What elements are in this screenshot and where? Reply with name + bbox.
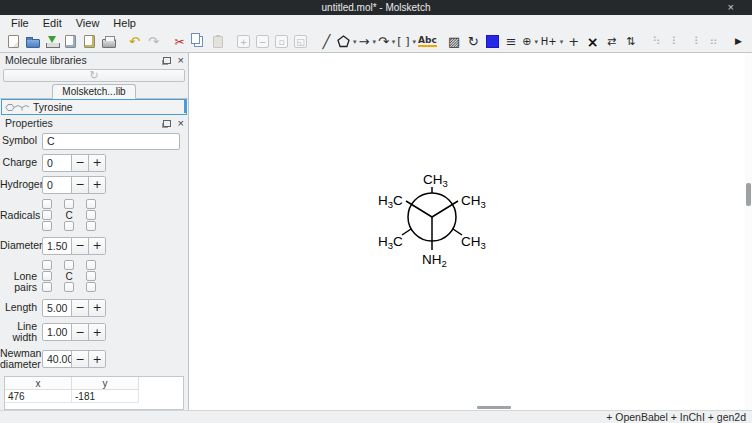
newman-diameter-increment-button[interactable]: + xyxy=(88,351,105,367)
zoom-original-button[interactable]: ▫ xyxy=(272,32,291,52)
radical-checkbox[interactable] xyxy=(42,210,52,220)
radical-checkbox[interactable] xyxy=(64,221,74,231)
coordinate-x-cell[interactable]: 476 xyxy=(5,390,72,403)
atom-label-upper-left[interactable]: H3C xyxy=(378,193,403,210)
radical-checkbox[interactable] xyxy=(86,199,96,209)
length-increment-button[interactable]: + xyxy=(88,300,105,316)
paste-button[interactable] xyxy=(208,32,227,52)
zoom-in-button[interactable]: + xyxy=(234,32,253,52)
lone-pair-checkbox[interactable] xyxy=(64,260,74,270)
open-file-button[interactable] xyxy=(23,32,42,52)
radical-checkbox[interactable] xyxy=(64,199,74,209)
hydrogens-decrement-button[interactable]: − xyxy=(71,177,88,193)
flip-vertical-button[interactable]: ⇅ xyxy=(621,32,640,52)
ring-tool-button[interactable]: ▾ xyxy=(336,32,358,52)
charge-increment-button[interactable]: + xyxy=(88,155,105,171)
canvas-vscrollbar-thumb[interactable] xyxy=(746,183,751,206)
zoom-fit-button[interactable]: ◱ xyxy=(291,32,310,52)
library-refresh-button[interactable]: ↻ xyxy=(3,69,185,82)
atom-label-top[interactable]: CH3 xyxy=(423,172,448,189)
menu-help[interactable]: Help xyxy=(106,17,143,29)
line-width-decrement-button[interactable]: − xyxy=(71,324,88,340)
bracket-tool-button[interactable]: [ ]▾ xyxy=(396,32,417,52)
length-value[interactable]: 5.00 xyxy=(43,300,71,316)
canvas-hscrollbar-thumb[interactable] xyxy=(477,406,511,409)
library-list[interactable]: Tyrosine xyxy=(1,99,187,115)
library-close-icon[interactable]: × xyxy=(178,56,184,65)
radical-checkbox[interactable] xyxy=(42,221,52,231)
align-vcenter-button[interactable]: ⠇ xyxy=(666,32,685,52)
list-item-tyrosine[interactable]: Tyrosine xyxy=(2,100,186,114)
coordinate-y-cell[interactable]: -181 xyxy=(72,390,139,403)
save-button[interactable] xyxy=(42,32,61,52)
charge-value[interactable]: 0 xyxy=(43,155,71,171)
diameter-decrement-button[interactable]: − xyxy=(71,238,88,254)
menu-view[interactable]: View xyxy=(69,17,107,29)
hydrogen-tool-button[interactable]: H+▾ xyxy=(540,32,564,52)
export-button[interactable] xyxy=(80,32,99,52)
mechanism-arrow-tool-button[interactable]: ↷▾ xyxy=(377,32,396,52)
lone-pair-checkbox[interactable] xyxy=(42,271,52,281)
align-left-button[interactable]: ⠸ xyxy=(685,32,704,52)
hydrogen-dropdown-icon[interactable]: ▾ xyxy=(560,38,564,46)
cut-button[interactable]: ✂ xyxy=(170,32,189,52)
mechanism-dropdown-icon[interactable]: ▾ xyxy=(392,38,396,46)
lone-pair-checkbox[interactable] xyxy=(64,282,74,292)
hydrogens-value[interactable]: 0 xyxy=(43,177,71,193)
zoom-out-button[interactable]: − xyxy=(253,32,272,52)
tab-molsketch-lib[interactable]: Molsketch...lib xyxy=(52,84,135,99)
lone-pair-checkbox[interactable] xyxy=(86,271,96,281)
atom-label-lower-left[interactable]: H3C xyxy=(378,234,403,251)
rotate-tool-button[interactable]: ↻ xyxy=(464,32,483,52)
charge-decrement-button[interactable]: − xyxy=(71,155,88,171)
charge-tool-button[interactable]: ⊕▾ xyxy=(521,32,540,52)
window-close-button[interactable]: × xyxy=(728,1,734,14)
line-width-increment-button[interactable]: + xyxy=(88,324,105,340)
bracket-dropdown-icon[interactable]: ▾ xyxy=(412,38,416,46)
symbol-input[interactable]: C xyxy=(42,133,180,150)
atom-label-lower-right[interactable]: CH3 xyxy=(461,234,486,251)
diameter-value[interactable]: 1.50 xyxy=(43,238,71,254)
hash-bond-tool-button[interactable]: ▨ xyxy=(445,32,464,52)
copy-button[interactable] xyxy=(189,32,208,52)
atom-label-bottom[interactable]: NH2 xyxy=(422,252,447,269)
radical-checkbox[interactable] xyxy=(86,210,96,220)
newman-diameter-decrement-button[interactable]: − xyxy=(71,351,88,367)
canvas-vscrollbar[interactable] xyxy=(745,53,752,410)
newman-projection-molecule[interactable]: CH3 H3C CH3 H3C CH3 NH2 xyxy=(189,53,744,410)
menu-edit[interactable]: Edit xyxy=(36,17,69,29)
charge-dropdown-icon[interactable]: ▾ xyxy=(535,38,539,46)
radical-checkbox[interactable] xyxy=(42,199,52,209)
add-tool-button[interactable]: + xyxy=(564,32,583,52)
align-distribute-button[interactable]: ⠶ xyxy=(704,32,723,52)
save-as-button[interactable] xyxy=(61,32,80,52)
text-tool-button[interactable]: Abc xyxy=(417,32,438,52)
ring-dropdown-icon[interactable]: ▾ xyxy=(353,38,357,46)
lone-pair-checkbox[interactable] xyxy=(42,260,52,270)
print-button[interactable] xyxy=(99,32,118,52)
delete-tool-button[interactable]: × xyxy=(583,32,602,52)
align-bottom-button[interactable]: ⠳ xyxy=(647,32,666,52)
arrow-tool-button[interactable]: →▾ xyxy=(358,32,377,52)
bond-order-tool-button[interactable]: ≡ xyxy=(502,32,521,52)
bond-back-lower-left[interactable] xyxy=(402,229,411,235)
library-list-scrollbar[interactable] xyxy=(184,100,186,113)
flip-horizontal-button[interactable]: ⇄ xyxy=(602,32,621,52)
lone-pair-checkbox[interactable] xyxy=(86,282,96,292)
new-file-button[interactable] xyxy=(4,32,23,52)
atom-label-upper-right[interactable]: CH3 xyxy=(461,193,486,210)
drawing-canvas[interactable]: CH3 H3C CH3 H3C CH3 NH2 xyxy=(189,53,745,410)
canvas-hscrollbar[interactable] xyxy=(189,406,745,410)
draw-tool-button[interactable]: ╱ xyxy=(317,32,336,52)
redo-button[interactable]: ↷ xyxy=(144,32,163,52)
lone-pair-checkbox[interactable] xyxy=(42,282,52,292)
length-decrement-button[interactable]: − xyxy=(71,300,88,316)
radical-checkbox[interactable] xyxy=(86,221,96,231)
diameter-increment-button[interactable]: + xyxy=(88,238,105,254)
properties-close-icon[interactable]: × xyxy=(178,119,184,128)
lone-pair-checkbox[interactable] xyxy=(86,260,96,270)
line-width-value[interactable]: 1.00 xyxy=(43,324,71,340)
library-float-icon[interactable] xyxy=(163,57,171,64)
newman-diameter-value[interactable]: 40.00 xyxy=(43,351,71,367)
color-picker-button[interactable] xyxy=(483,32,502,52)
